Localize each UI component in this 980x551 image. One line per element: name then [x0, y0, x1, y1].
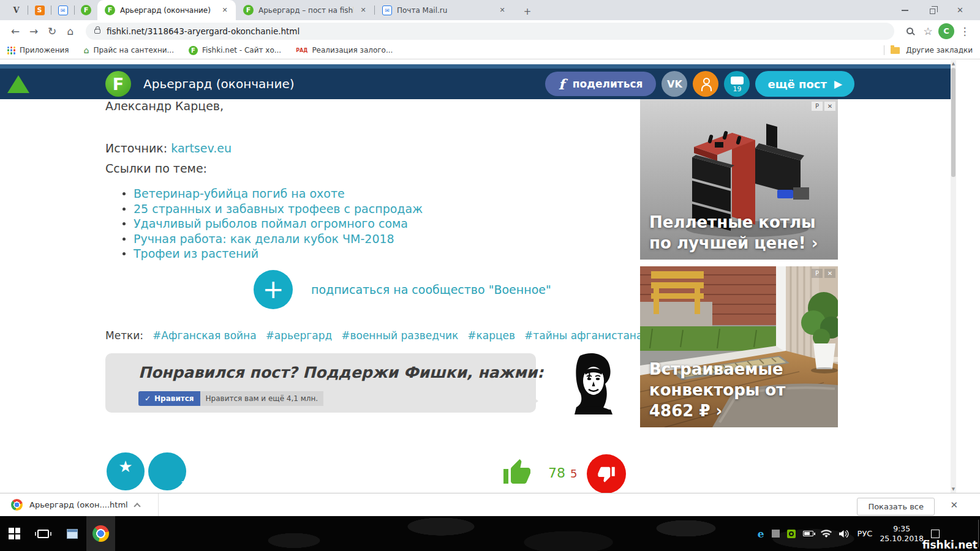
- new-tab-button[interactable]: +: [518, 3, 537, 20]
- taskbar-clock[interactable]: 9:35 25.10.2018: [880, 524, 924, 544]
- chrome-taskbar-button[interactable]: [86, 516, 115, 551]
- like-prompt-bubble: Понравился пост? Поддержи Фишки, нажми: …: [105, 353, 536, 413]
- fishki-logo[interactable]: F: [105, 71, 131, 97]
- menu-kebab-button[interactable]: ⋮: [956, 22, 974, 40]
- scrollbar-thumb[interactable]: [951, 68, 956, 177]
- tab-close-icon[interactable]: ✕: [358, 6, 368, 15]
- tab-close-icon[interactable]: ✕: [220, 6, 230, 15]
- list-item: 25 странных и забавных трофеев с распрод…: [121, 202, 423, 217]
- app-window-icon: [67, 529, 78, 539]
- comments-action-button[interactable]: 19: [148, 452, 186, 490]
- related-link[interactable]: Ручная работа: как делали кубок ЧМ-2018: [134, 232, 394, 246]
- tag-link[interactable]: #Афганская война: [153, 329, 257, 342]
- home-button[interactable]: ⌂: [61, 22, 80, 40]
- tab-close-icon[interactable]: ✕: [497, 6, 507, 15]
- wifi-icon[interactable]: [821, 530, 832, 538]
- screen: V S ✉ F F Арьергард (окончание) ✕ F Арье…: [0, 0, 980, 551]
- download-item[interactable]: Арьергард (окон....html: [0, 493, 151, 516]
- nvidia-icon[interactable]: [787, 530, 796, 538]
- ad-close-icon[interactable]: ✕: [824, 269, 835, 278]
- s-logo-icon: S: [35, 6, 45, 15]
- tray-app-icon[interactable]: [772, 530, 780, 538]
- next-post-button[interactable]: ещё пост ▶: [755, 71, 854, 97]
- vote-counts: 78 5: [548, 465, 577, 481]
- thumb-up-button[interactable]: [502, 458, 532, 487]
- pinned-tab-fishki[interactable]: F: [75, 0, 97, 20]
- browser-toolbar: ← → ↻ ⌂ fishki.net/3118643-aryergard-oko…: [0, 20, 980, 42]
- task-view-button[interactable]: [29, 516, 58, 551]
- like-button[interactable]: ✓ Нравится: [138, 391, 200, 406]
- pinned-tab-s[interactable]: S: [28, 0, 51, 20]
- upvote-count: 78: [548, 465, 565, 481]
- favorite-button[interactable]: ★ 6: [107, 452, 145, 490]
- zoom-button[interactable]: [900, 22, 919, 40]
- tag-link[interactable]: #арьергард: [266, 329, 333, 342]
- subscribe-label[interactable]: подписаться на сообщество "Военное": [311, 283, 551, 296]
- tag-link[interactable]: #тайны афганистана: [524, 329, 643, 342]
- ok-share-button[interactable]: [693, 71, 718, 97]
- pinned-tab-mail[interactable]: ✉: [51, 0, 74, 20]
- like-prompt-text: Понравился пост? Поддержи Фишки, нажми:: [138, 364, 543, 381]
- tab-3[interactable]: ✉ Почта Mail.ru ✕: [375, 0, 513, 20]
- fishki-favicon: F: [105, 5, 115, 15]
- related-link[interactable]: Удачливый рыболов поймал огромного сома: [134, 217, 408, 230]
- tag-link[interactable]: #карцев: [467, 329, 515, 342]
- download-bar-close-icon[interactable]: ✕: [950, 500, 958, 511]
- related-link[interactable]: Ветеринар-убийца погиб на охоте: [134, 187, 345, 200]
- vk-icon: VK: [667, 78, 682, 90]
- taskbar-left: [0, 516, 115, 551]
- bookmark-apps[interactable]: Приложения: [7, 46, 69, 54]
- scroll-up-icon[interactable]: ▲: [951, 61, 956, 66]
- ad-banner-boilers[interactable]: Пеллетные котлы по лучшей цене! › Р ✕: [640, 99, 838, 260]
- tab-2[interactable]: F Арьергард – пост на fishki.net ✕: [236, 0, 374, 20]
- chevron-up-icon[interactable]: [134, 503, 140, 509]
- back-button[interactable]: ←: [6, 22, 24, 40]
- mail-icon: ✉: [58, 6, 68, 15]
- ad-banner-convectors[interactable]: Встраиваемые конвекторы от 4862 ₽ › Р ✕: [640, 266, 838, 427]
- minimize-icon: [902, 10, 908, 11]
- ad-close-icon[interactable]: ✕: [824, 102, 835, 111]
- tag-link[interactable]: #военный разведчик: [341, 329, 458, 342]
- taskbar: e РУС 9:35 25.10.201: [0, 516, 980, 551]
- restore-button[interactable]: [919, 0, 946, 20]
- comments-button[interactable]: 19: [724, 71, 750, 97]
- list-item: Удачливый рыболов поймал огромного сома: [121, 217, 423, 232]
- ad-text[interactable]: Пеллетные котлы по лучшей цене! ›: [649, 212, 830, 253]
- ad-text[interactable]: Встраиваемые конвекторы от 4862 ₽ ›: [649, 359, 830, 421]
- related-link[interactable]: 25 странных и забавных трофеев с распрод…: [134, 202, 423, 216]
- address-bar[interactable]: fishki.net/3118643-aryergard-okonchanie.…: [86, 23, 894, 40]
- start-button[interactable]: [0, 516, 29, 551]
- like-count-text: Нравится вам и ещё 4,1 млн.: [200, 391, 324, 406]
- bookmark-rad[interactable]: РАД Реализация залого...: [296, 46, 393, 54]
- reload-button[interactable]: ↻: [43, 22, 61, 40]
- battery-icon[interactable]: [803, 531, 813, 536]
- task-view-icon: [37, 530, 49, 538]
- other-bookmarks[interactable]: Другие закладки: [884, 45, 973, 55]
- thumb-down-button[interactable]: [587, 454, 626, 493]
- bookmark-star-button[interactable]: ☆: [919, 22, 937, 40]
- related-link[interactable]: Трофеи из растений: [134, 247, 258, 260]
- bookmark-price[interactable]: ⌂ Прайс на сантехни...: [84, 45, 174, 55]
- language-indicator[interactable]: РУС: [858, 529, 873, 538]
- facebook-share-button[interactable]: f поделиться: [545, 72, 657, 96]
- source-link[interactable]: kartsev.eu: [171, 141, 232, 155]
- forward-button[interactable]: →: [24, 22, 43, 40]
- vk-share-button[interactable]: VK: [662, 71, 687, 97]
- show-all-downloads-button[interactable]: Показать все: [857, 498, 935, 515]
- close-window-button[interactable]: ✕: [946, 0, 974, 20]
- pinned-tab-v[interactable]: V: [5, 0, 28, 20]
- action-center-icon[interactable]: [931, 530, 940, 538]
- scroll-down-icon[interactable]: ▼: [951, 487, 956, 492]
- bookmark-fishki[interactable]: F Fishki.net - Сайт хо...: [189, 46, 281, 55]
- tab-active[interactable]: F Арьергард (окончание) ✕: [97, 0, 236, 20]
- browser-e-icon[interactable]: e: [758, 528, 764, 540]
- subscribe-button[interactable]: + подписаться на сообщество "Военное": [254, 270, 551, 309]
- fishki-favicon: F: [243, 5, 254, 15]
- scroll-top-triangle-icon[interactable]: [7, 75, 29, 93]
- app-window-button[interactable]: [58, 516, 86, 551]
- minimize-button[interactable]: [891, 0, 919, 20]
- profile-avatar[interactable]: C: [937, 22, 956, 40]
- plus-icon[interactable]: +: [254, 270, 293, 309]
- volume-icon[interactable]: [839, 530, 850, 538]
- page-scrollbar[interactable]: ▲ ▼: [951, 60, 956, 493]
